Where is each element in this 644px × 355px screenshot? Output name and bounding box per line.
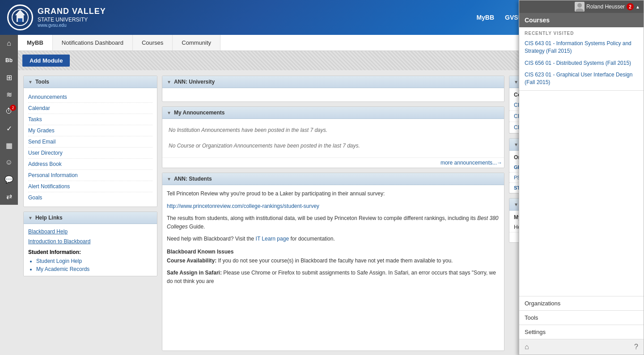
dropdown-course-3[interactable]: CIS 623 01 - Graphical User Interface De…	[519, 69, 644, 89]
tools-module-header: ▼ Tools	[24, 76, 157, 88]
svg-point-7	[577, 3, 582, 8]
tool-link-userdirectory[interactable]: User Directory	[28, 148, 153, 159]
my-announcements-header: ▼ My Announcements	[162, 107, 504, 119]
student-login-help-link[interactable]: Student Login Help	[36, 257, 153, 265]
svg-point-8	[576, 8, 584, 12]
tool-link-announcements[interactable]: Announcements	[28, 92, 153, 103]
dropdown-organizations-link[interactable]: Organizations	[519, 296, 644, 310]
academic-records-link[interactable]: My Academic Records	[36, 265, 153, 273]
dropdown-chevron: ▲	[636, 4, 640, 9]
grid-icon[interactable]: ⊞	[0, 69, 18, 86]
ann-university-module: ▼ ANN: University	[162, 76, 504, 102]
ann-university-header: ▼ ANN: University	[162, 76, 504, 88]
tab-courses[interactable]: Courses	[133, 35, 173, 51]
dropdown-top-bar: Roland Heusser 2 ▲	[519, 0, 644, 13]
my-ann-arrow[interactable]: ▼	[167, 110, 171, 115]
chat-icon[interactable]: 💬	[0, 171, 18, 188]
course-availability: Course Availability: If you do not see y…	[167, 257, 500, 265]
ann-no-institution: No Institution Announcements have been p…	[167, 123, 500, 138]
dropdown-panel-header: Courses	[519, 13, 644, 27]
tab-community[interactable]: Community	[173, 35, 220, 51]
ann-students-p2: The results from students, along with in…	[167, 214, 500, 231]
my-announcements-title: My Announcements	[174, 110, 225, 116]
ann-students-body: Tell Princeton Review why you're proud t…	[162, 185, 504, 294]
help-links-module-header: ▼ Help Links	[24, 212, 157, 224]
tab-notifications[interactable]: Notifications Dashboard	[53, 35, 133, 51]
ann-university-title: ANN: University	[174, 79, 215, 85]
page-wrapper: GRAND VALLEY STATE UNIVERSITY www.gvsu.e…	[0, 0, 644, 355]
dropdown-footer: ⌂ ?	[519, 339, 644, 355]
smiley-icon[interactable]: ☺	[0, 154, 18, 171]
blackboard-help-link[interactable]: Blackboard Help	[28, 227, 153, 237]
survey-link[interactable]: http://www.princetonreview.com/college-r…	[167, 203, 319, 209]
tool-link-goals[interactable]: Goals	[28, 192, 153, 203]
logo-text: GRAND VALLEY STATE UNIVERSITY www.gvsu.e…	[38, 7, 106, 28]
my-courses-arrow[interactable]: ▼	[514, 80, 518, 85]
ann-no-course: No Course or Organization Announcements …	[167, 138, 500, 154]
student-info-label: Student Information:	[28, 246, 153, 257]
tab-mybb[interactable]: MyBB	[18, 35, 53, 51]
tools-title: Tools	[35, 79, 49, 85]
ann-university-body	[162, 88, 504, 101]
logo-circle	[7, 4, 33, 30]
tool-link-sendemail[interactable]: Send Email	[28, 136, 153, 148]
calendar-icon[interactable]: ▦	[0, 137, 18, 154]
dropdown-badge: 2	[627, 3, 634, 10]
help-links-module: ▼ Help Links Blackboard Help Introductio…	[23, 211, 157, 276]
tool-link-alertnotifications[interactable]: Alert Notifications	[28, 181, 153, 192]
more-announcements-link[interactable]: more announcements...→	[162, 157, 504, 168]
footer-home-icon[interactable]: ⌂	[525, 343, 529, 351]
tools-module: ▼ Tools Announcements Calendar Tasks My …	[23, 76, 157, 207]
my-announcements-module: ▼ My Announcements No Institution Announ…	[162, 106, 504, 168]
blackboard-icon[interactable]: Bb	[0, 52, 18, 69]
help-links-title: Help Links	[35, 215, 63, 221]
my-orgs-arrow[interactable]: ▼	[514, 142, 518, 147]
my-announcements-body: No Institution Announcements have been p…	[162, 119, 504, 157]
clock-icon[interactable]: ⏱ 2	[0, 103, 18, 120]
layers-icon[interactable]: ≋	[0, 86, 18, 103]
ann-students-arrow[interactable]: ▼	[167, 177, 171, 182]
svg-rect-4	[18, 18, 22, 22]
logo-area: GRAND VALLEY STATE UNIVERSITY www.gvsu.e…	[7, 4, 106, 30]
center-content: ▼ ANN: University ▼ My Announcements No …	[162, 76, 504, 351]
left-sidebar: ▼ Tools Announcements Calendar Tasks My …	[23, 76, 157, 351]
ann-univ-arrow[interactable]: ▼	[167, 80, 171, 85]
footer-help-icon[interactable]: ?	[634, 343, 638, 351]
ann-students-p3: Need help with Blackboard? Visit the IT …	[167, 235, 500, 243]
tool-link-mygrades[interactable]: My Grades	[28, 125, 153, 136]
dropdown-tools-link[interactable]: Tools	[519, 310, 644, 325]
help-collapse-arrow[interactable]: ▼	[28, 216, 33, 220]
ann-students-p1: Tell Princeton Review why you're proud t…	[167, 190, 500, 198]
tool-link-personalinfo[interactable]: Personal Information	[28, 170, 153, 181]
home-icon[interactable]: ⌂	[0, 35, 18, 52]
tools-collapse-arrow[interactable]: ▼	[28, 80, 33, 85]
dropdown-settings-link[interactable]: Settings	[519, 325, 644, 339]
dropdown-divider	[519, 90, 644, 91]
checklist-icon[interactable]: ✓	[0, 120, 18, 137]
share-icon[interactable]: ⇄	[0, 188, 18, 205]
safe-assign: Safe Assign in Safari: Please use Chrome…	[167, 269, 500, 286]
left-icon-nav: ⌂ Bb ⊞ ≋ ⏱ 2 ✓ ▦ ☺ 💬 ⇄	[0, 35, 18, 205]
tools-module-body: Announcements Calendar Tasks My Grades S…	[24, 88, 157, 207]
dropdown-bottom-links: Organizations Tools Settings	[519, 296, 644, 339]
help-links-body: Blackboard Help Introduction to Blackboa…	[24, 224, 157, 276]
courses-dropdown-panel: Roland Heusser 2 ▲ Courses RECENTLY VISI…	[519, 0, 644, 355]
tool-link-tasks[interactable]: Tasks	[28, 114, 153, 125]
dropdown-avatar	[575, 2, 585, 12]
dropdown-course-2[interactable]: CIS 656 01 - Distributed Systems (Fall 2…	[519, 57, 644, 69]
it-learn-link[interactable]: IT Learn page	[256, 236, 289, 242]
intro-blackboard-link[interactable]: Introduction to Blackboard	[28, 237, 153, 246]
ann-students-module: ▼ ANN: Students Tell Princeton Review wh…	[162, 173, 504, 351]
add-module-button[interactable]: Add Module	[22, 55, 70, 67]
dropdown-username: Roland Heusser	[586, 4, 625, 10]
ann-students-title: ANN: Students	[174, 176, 212, 182]
known-issues-title: Blackboard Known Issues	[167, 248, 500, 256]
ann-students-header: ▼ ANN: Students	[162, 173, 504, 185]
mybb-header-button[interactable]: MyBB	[473, 12, 498, 23]
student-links-list: Student Login Help My Academic Records	[28, 257, 153, 273]
tool-link-addressbook[interactable]: Address Book	[28, 159, 153, 170]
tool-link-calendar[interactable]: Calendar	[28, 103, 153, 114]
my-tasks-arrow[interactable]: ▼	[514, 202, 518, 207]
clock-badge: 2	[10, 105, 16, 111]
dropdown-course-1[interactable]: CIS 643 01 - Information Systems Policy …	[519, 38, 644, 57]
